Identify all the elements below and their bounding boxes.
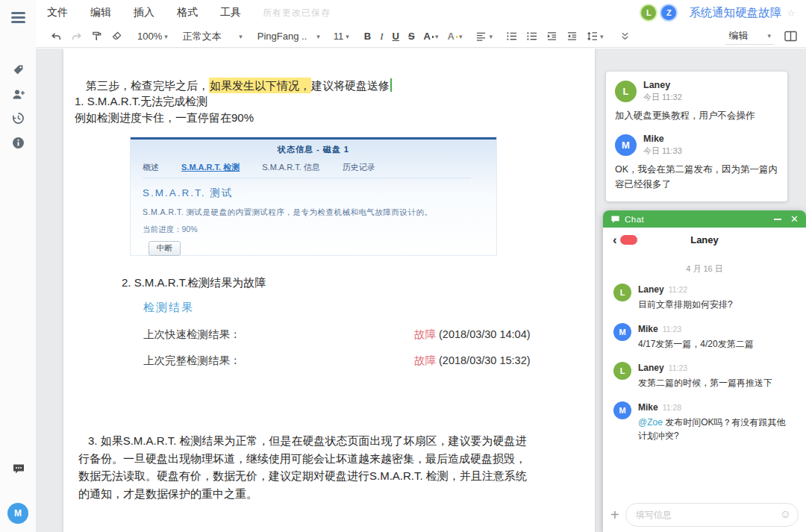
highlight-color-button[interactable]: A▾ [443,28,467,44]
screenshot-tabs: 概述 S.M.A.R.T. 检测 S.M.A.R.T. 信息 历史记录 [143,162,471,178]
embedded-screenshot-smart-test[interactable]: 状态信息 - 磁盘 1 概述 S.M.A.R.T. 检测 S.M.A.R.T. … [131,137,496,255]
line-spacing-button[interactable]: ▾ [582,29,608,43]
comment-author: Laney [643,80,682,90]
numbered-list-button[interactable] [502,29,522,43]
doc-paragraph-1[interactable]: 第三步，检查完毕之后，如果发生以下情况，建议将硬盘送修 [86,78,392,93]
undo-button[interactable] [46,29,66,44]
info-icon[interactable] [12,137,25,149]
chat-peer-header: Laney ‹ [603,228,806,251]
result-label: 上次快速检测结果： [143,328,241,340]
align-button[interactable]: ▾ [471,29,497,43]
message-time: 11:23 [669,363,688,372]
indent-decrease-button[interactable] [562,29,582,43]
menu-bar: 文件 编辑 插入 格式 工具 所有更改已保存 L Z 系统通知硬盘故障 ☆ [36,0,806,25]
result-status: 故障 [414,354,436,366]
chat-input-bar: + ☺ [603,503,806,527]
user-avatar[interactable]: M [7,503,28,524]
menu-edit[interactable]: 编辑 [79,6,122,19]
doc-paragraph-3[interactable]: 例如检测进度卡住，一直停留在90% [75,111,254,125]
message-author: Mike [638,402,658,413]
bold-button[interactable]: B [360,28,375,44]
screenshot-tab-smart-test: S.M.A.R.T. 检测 [181,162,240,173]
format-toolbar: 100%▾ 正常文本▾ PingFang ..▾ 11▾ B I U S A▾ … [36,25,806,48]
message-avatar: L [613,362,631,380]
screenshot-progress-text: 当前进度：90% [143,225,484,235]
message-avatar: M [613,401,631,419]
message-author: Mike [638,324,658,334]
message-text: 发第二篇的时候，第一篇再推送下 [638,376,786,390]
result-row-quick[interactable]: 上次快速检测结果： 故障 (2018/03/30 14:04) [143,328,561,342]
underline-button[interactable]: U [388,28,404,44]
format-painter-button[interactable] [87,28,107,44]
chat-peer-name: Laney [603,234,806,245]
screenshot-body-text: S.M.A.R.T. 测试是硬盘的内置测试程序，是专为检查机械和电气故障而设计的… [143,207,484,218]
bullet-list-button[interactable] [522,29,542,43]
indent-increase-button[interactable] [542,29,562,43]
result-row-full[interactable]: 上次完整检测结果： 故障 (2018/03/30 15:32) [143,354,561,368]
screenshot-tab-smart-info: S.M.A.R.T. 信息 [262,162,320,173]
chat-window-title: Chat [625,215,644,224]
result-label: 上次完整检测结果： [143,354,241,366]
comment-avatar-laney: L [615,81,637,102]
message-text: @Zoe 发布时间OK吗？有没有跟其他计划冲突? [638,416,786,443]
message-avatar: L [613,284,631,301]
message-text: 4/17发第一篇，4/20发第二篇 [638,337,786,351]
clear-format-button[interactable] [107,28,127,44]
feedback-chat-icon[interactable] [12,463,25,475]
save-status: 所有更改已保存 [263,7,331,19]
collaborator-avatar-zoe[interactable]: Z [661,5,676,20]
message-time: 11:22 [669,285,688,294]
favorite-star-icon[interactable]: ☆ [787,7,796,19]
chat-close-button[interactable]: ✕ [790,214,799,224]
doc-paragraph-2[interactable]: 1. S.M.A.R.T.无法完成检测 [75,95,207,109]
mention: @Zoe [638,417,663,428]
document-title[interactable]: 系统通知硬盘故障 [689,5,781,21]
comment-time: 今日 11:33 [643,145,682,157]
message-time: 11:28 [663,403,682,412]
left-sidebar: M [0,0,36,532]
comment-text: 加入硬盘更换教程，用户不会操作 [615,109,778,123]
chat-message: L Laney11:22 目前文章排期如何安排? [613,282,796,312]
font-size-select[interactable]: 11▾ [329,28,354,44]
chat-message: L Laney11:23 发第二篇的时候，第一篇再推送下 [613,360,796,390]
menu-file[interactable]: 文件 [36,6,79,19]
edit-mode-select[interactable]: 编辑▾ [725,28,774,45]
add-collaborator-icon[interactable] [12,88,25,101]
emoji-icon[interactable]: ☺ [780,508,791,519]
history-icon[interactable] [12,112,25,125]
hamburger-menu-icon[interactable] [11,12,25,23]
results-heading[interactable]: 检测结果 [143,301,194,315]
tag-icon[interactable] [12,63,25,76]
chat-minimize-button[interactable] [774,219,781,220]
chat-titlebar[interactable]: Chat ✕ [603,210,806,228]
screenshot-tab-overview: 概述 [143,162,159,173]
italic-button[interactable]: I [375,28,387,45]
zoom-select[interactable]: 100%▾ [133,28,172,44]
chat-bubble-icon [610,215,620,224]
result-time: (2018/03/30 15:32) [436,354,531,366]
message-text: 目前文章排期如何安排? [638,298,786,312]
chat-message: M Mike11:23 4/17发第一篇，4/20发第二篇 [613,322,796,351]
redo-button[interactable] [66,29,87,44]
more-tools-button[interactable] [616,29,634,43]
doc-paragraph-4[interactable]: 2. S.M.A.R.T.检测结果为故障 [122,276,266,290]
chat-window: Chat ✕ Laney ‹ 4 月 16 日 L Laney11:22 目前文… [603,210,806,532]
document-page[interactable]: 第三步，检查完毕之后，如果发生以下情况，建议将硬盘送修 1. S.M.A.R.T… [63,48,595,532]
strikethrough-button[interactable]: S [404,28,419,44]
text-color-button[interactable]: A▾ [419,28,443,44]
chat-message-input[interactable] [625,503,799,527]
attach-plus-button[interactable]: + [610,507,619,522]
menu-insert[interactable]: 插入 [122,6,166,19]
font-family-select[interactable]: PingFang ..▾ [253,28,325,44]
menu-tools[interactable]: 工具 [209,6,252,19]
comment-avatar-mike: M [615,134,637,156]
collaborator-avatar-laney[interactable]: L [641,5,656,20]
menu-format[interactable]: 格式 [166,6,209,19]
title-group: L Z 系统通知硬盘故障 ☆ [641,0,796,25]
comments-panel[interactable]: L Laney 今日 11:32 加入硬盘更换教程，用户不会操作 M Mike … [606,72,787,201]
doc-paragraph-5[interactable]: 3. 如果S.M.A.R.T. 检测结果为正常，但是在硬盘状态页面出现了坏扇区，… [78,432,532,502]
screenshot-window-title: 状态信息 - 磁盘 1 [131,140,496,155]
paragraph-style-select[interactable]: 正常文本▾ [178,28,247,46]
page-view-icon[interactable] [784,31,797,42]
chat-date-divider: 4 月 16 日 [603,263,806,275]
